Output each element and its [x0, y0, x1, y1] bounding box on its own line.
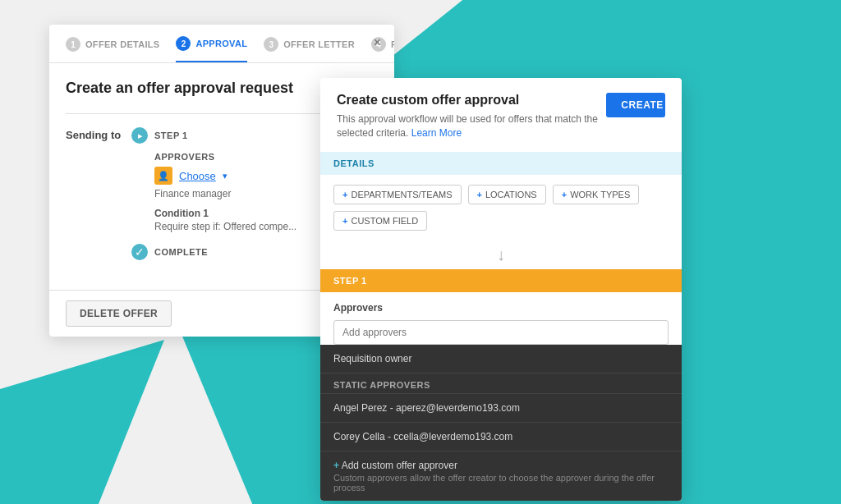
dropdown-item-label: Corey Cella - ccella@leverdemo193.com [333, 431, 512, 442]
filter-customfield-button[interactable]: + CUSTOM FIELD [333, 211, 427, 231]
details-section: DETAILS [320, 152, 682, 175]
secondary-dialog: Create custom offer approval This approv… [320, 78, 682, 501]
step-num-2: 2 [176, 36, 191, 51]
dropdown-item-angel-perez[interactable]: Angel Perez - aperez@leverdemo193.com [320, 394, 682, 423]
delete-offer-button[interactable]: DELETE OFFER [66, 300, 172, 327]
complete-label: COMPLETE [154, 247, 208, 257]
approvers-section-label: Approvers [333, 302, 669, 314]
approvers-section: Approvers [320, 292, 682, 345]
filter-departments-button[interactable]: + DEPARTMENTS/TEAMS [333, 185, 462, 204]
dropdown-item-label: Angel Perez - aperez@leverdemo193.com [333, 402, 520, 414]
step-dot: ▸ [131, 127, 148, 144]
add-approvers-input[interactable] [333, 320, 669, 345]
add-custom-sublabel: Custom approvers allow the offer creator… [333, 473, 669, 493]
tab-offer-letter-label: OFFER LETTER [283, 39, 355, 49]
secondary-dialog-info: Create custom offer approval This approv… [337, 93, 606, 140]
dialog-header: 1 OFFER DETAILS 2 APPROVAL 3 OFFER LETTE… [49, 25, 394, 63]
choose-chevron-icon: ▾ [223, 171, 227, 181]
complete-dot: ✓ [131, 244, 148, 260]
secondary-dialog-header: Create custom offer approval This approv… [320, 78, 682, 152]
secondary-dialog-desc: This approval workflow will be used for … [337, 112, 606, 140]
tab-offer-details[interactable]: 1 OFFER DETAILS [66, 37, 159, 62]
dropdown-item-add-custom[interactable]: + Add custom offer approver Custom appro… [320, 451, 682, 501]
plus-icon: + [342, 190, 347, 199]
close-button[interactable]: × [374, 36, 381, 49]
choose-link[interactable]: Choose [179, 170, 216, 182]
filter-buttons: + DEPARTMENTS/TEAMS + LOCATIONS + WORK T… [320, 175, 682, 241]
filter-locations-button[interactable]: + LOCATIONS [468, 185, 546, 204]
approver-icon: 👤 [154, 167, 172, 185]
dropdown-item-requisition-owner[interactable]: Requisition owner [320, 345, 682, 373]
step1-label: STEP 1 [154, 131, 188, 140]
plus-icon: + [333, 460, 339, 471]
step-tabs: 1 OFFER DETAILS 2 APPROVAL 3 OFFER LETTE… [66, 36, 378, 62]
dropdown-section-static-approvers: STATIC APPROVERS [320, 373, 682, 394]
tab-offer-letter[interactable]: 3 OFFER LETTER [264, 37, 355, 62]
tab-approval-label: APPROVAL [195, 39, 247, 48]
section-header-label: STATIC APPROVERS [333, 380, 430, 390]
step-num-3: 3 [264, 37, 278, 52]
step-num-1: 1 [66, 37, 80, 52]
dropdown-menu: Requisition owner STATIC APPROVERS Angel… [320, 345, 682, 501]
arrow-down-icon: ↓ [320, 241, 682, 269]
filter-departments-label: DEPARTMENTS/TEAMS [351, 190, 452, 199]
add-custom-label: Add custom offer approver [342, 460, 457, 471]
learn-more-link[interactable]: Learn More [411, 127, 462, 139]
step1-header: STEP 1 [320, 269, 682, 292]
sending-to-label: Sending to [66, 127, 131, 141]
filter-locations-label: LOCATIONS [485, 190, 537, 199]
tab-review-send-label: REVIEW AND SEND [391, 39, 394, 49]
filter-worktypes-button[interactable]: + WORK TYPES [553, 185, 640, 204]
teal-background-shape-left [0, 340, 164, 504]
dropdown-item-corey-cella[interactable]: Corey Cella - ccella@leverdemo193.com [320, 423, 682, 451]
filter-customfield-label: CUSTOM FIELD [351, 216, 418, 226]
plus-icon: + [477, 190, 482, 199]
filter-worktypes-label: WORK TYPES [570, 190, 630, 199]
tab-offer-details-label: OFFER DETAILS [85, 39, 159, 49]
plus-icon: + [342, 216, 347, 226]
secondary-dialog-title: Create custom offer approval [337, 93, 606, 108]
dropdown-item-label: Requisition owner [333, 353, 411, 364]
tab-approval[interactable]: 2 APPROVAL [176, 36, 247, 62]
create-button[interactable]: CREATE [606, 93, 665, 117]
plus-icon: + [562, 190, 567, 199]
